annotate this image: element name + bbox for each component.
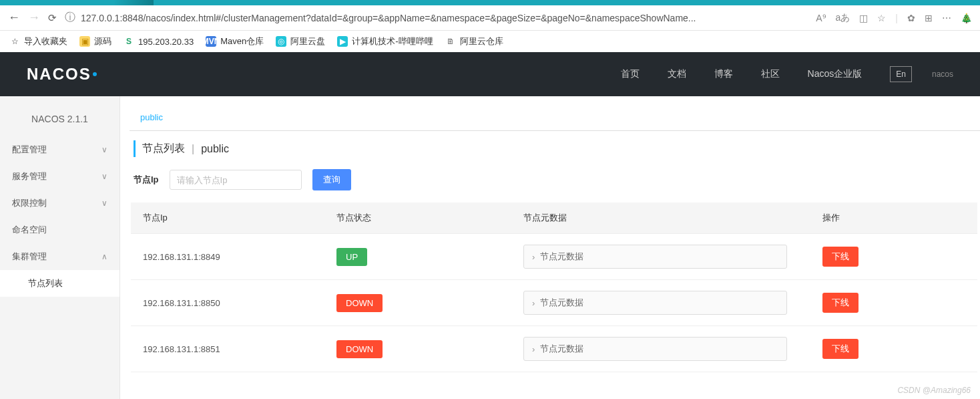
sidebar-item-service[interactable]: 服务管理∨: [0, 163, 119, 190]
namespace-tab-public[interactable]: public: [136, 106, 167, 130]
sidebar-item-namespace[interactable]: 命名空间: [0, 217, 119, 243]
cell-ip: 192.168.131.1:8849: [131, 234, 324, 280]
chevron-up-icon: ∧: [101, 252, 107, 261]
node-table: 节点Ip 节点状态 节点元数据 操作 192.168.131.1:8849UP›…: [131, 203, 977, 372]
bookmark-ip[interactable]: S195.203.20.33: [124, 36, 194, 47]
sidebar-sub-nodelist[interactable]: 节点列表: [0, 270, 119, 297]
nacos-logo[interactable]: NACOS: [27, 65, 97, 84]
bookmark-import[interactable]: ☆导入收藏夹: [9, 35, 67, 47]
bookmark-folder-source[interactable]: ▣源码: [79, 35, 111, 47]
aliyun-icon: ◎: [276, 36, 286, 47]
maven-icon: MVN: [206, 36, 216, 47]
read-aloud-icon[interactable]: A⁹: [816, 13, 826, 23]
browser-actions: A⁹ aあ ◫ ☆ | ✿ ⊞ ⋯ 🎄: [816, 12, 972, 24]
chevron-right-icon: ›: [532, 252, 535, 262]
refresh-button[interactable]: ⟳: [48, 12, 57, 24]
lang-switch[interactable]: En: [890, 66, 912, 82]
favorite-icon[interactable]: ☆: [877, 13, 886, 23]
search-form: 节点Ip 查询: [130, 169, 980, 203]
extension-icon[interactable]: ✿: [907, 13, 915, 23]
browser-tab-strip: [0, 0, 980, 5]
cell-meta: ›节点元数据: [511, 234, 810, 280]
collections-icon[interactable]: ⊞: [925, 13, 933, 23]
more-icon[interactable]: ⋯: [942, 13, 951, 23]
url-text: 127.0.0.1:8848/nacos/index.html#/cluster…: [81, 13, 696, 23]
col-meta: 节点元数据: [511, 203, 810, 234]
offline-button[interactable]: 下线: [822, 339, 859, 359]
globe-icon: S: [124, 36, 134, 47]
doc-icon: 🗎: [445, 36, 456, 47]
cell-meta: ›节点元数据: [511, 326, 810, 372]
chevron-down-icon: ∨: [101, 198, 107, 208]
nav-home[interactable]: 首页: [621, 68, 640, 80]
bookmark-aliyun[interactable]: ◎阿里云盘: [276, 35, 325, 47]
chevron-right-icon: ›: [532, 298, 535, 308]
cell-ip: 192.168.131.1:8850: [131, 280, 324, 326]
col-action: 操作: [810, 203, 977, 234]
chevron-down-icon: ∨: [101, 145, 107, 154]
header-nav: 首页 文档 博客 社区 Nacos企业版 En: [621, 66, 912, 82]
search-button[interactable]: 查询: [312, 169, 351, 190]
sidebar-item-cluster[interactable]: 集群管理∧: [0, 243, 119, 270]
import-icon: ☆: [9, 36, 20, 47]
nav-blog[interactable]: 博客: [714, 68, 733, 80]
metadata-toggle[interactable]: ›节点元数据: [523, 245, 787, 269]
search-label: 节点Ip: [134, 174, 159, 186]
cell-meta: ›节点元数据: [511, 280, 810, 326]
table-row: 192.168.131.1:8851DOWN›节点元数据下线: [131, 326, 977, 372]
cell-status: DOWN: [324, 280, 511, 326]
page-title: 节点列表 | public: [134, 140, 980, 157]
cell-action: 下线: [810, 326, 977, 372]
offline-button[interactable]: 下线: [822, 293, 859, 313]
bookmark-bar: ☆导入收藏夹 ▣源码 S195.203.20.33 MVNMaven仓库 ◎阿里…: [0, 31, 980, 52]
cell-action: 下线: [810, 280, 977, 326]
sidebar-item-config[interactable]: 配置管理∨: [0, 136, 119, 163]
col-ip: 节点Ip: [131, 203, 324, 234]
table-row: 192.168.131.1:8850DOWN›节点元数据下线: [131, 280, 977, 326]
divider: [130, 130, 980, 131]
bookmark-bilibili[interactable]: ▶计算机技术-哔哩哔哩: [337, 35, 433, 47]
profile-icon[interactable]: 🎄: [961, 13, 972, 23]
browser-toolbar: ← → ⟳ ⓘ 127.0.0.1:8848/nacos/index.html#…: [0, 5, 980, 31]
sidebar-item-permission[interactable]: 权限控制∨: [0, 190, 119, 217]
nav-enterprise[interactable]: Nacos企业版: [808, 68, 863, 80]
watermark: CSDN @Amazing66: [897, 386, 971, 395]
offline-button[interactable]: 下线: [822, 247, 859, 267]
translate-icon[interactable]: aあ: [836, 12, 850, 24]
sidebar: NACOS 2.1.1 配置管理∨ 服务管理∨ 权限控制∨ 命名空间 集群管理∧…: [0, 96, 120, 399]
header-extra: nacos: [932, 70, 953, 79]
status-badge: DOWN: [336, 294, 383, 312]
bookmark-maven[interactable]: MVNMaven仓库: [206, 35, 264, 47]
folder-icon: ▣: [79, 36, 90, 47]
nav-docs[interactable]: 文档: [668, 68, 686, 80]
node-ip-input[interactable]: [170, 170, 302, 190]
status-badge: UP: [336, 248, 367, 266]
status-badge: DOWN: [336, 340, 383, 358]
address-bar[interactable]: ⓘ 127.0.0.1:8848/nacos/index.html#/clust…: [65, 11, 808, 25]
sidebar-title: NACOS 2.1.1: [0, 106, 119, 136]
cell-action: 下线: [810, 234, 977, 280]
cell-ip: 192.168.131.1:8851: [131, 326, 324, 372]
cell-status: UP: [324, 234, 511, 280]
table-row: 192.168.131.1:8849UP›节点元数据下线: [131, 234, 977, 280]
site-info-icon[interactable]: ⓘ: [65, 11, 75, 25]
chevron-right-icon: ›: [532, 344, 535, 354]
namespace-tabs: public: [130, 106, 980, 130]
chevron-down-icon: ∨: [101, 172, 107, 181]
metadata-toggle[interactable]: ›节点元数据: [523, 291, 787, 315]
cell-status: DOWN: [324, 326, 511, 372]
nav-community[interactable]: 社区: [761, 68, 780, 80]
back-button[interactable]: ←: [8, 11, 20, 25]
col-status: 节点状态: [324, 203, 511, 234]
app-header: NACOS 首页 文档 博客 社区 Nacos企业版 En nacos: [0, 52, 980, 96]
bookmark-aliyun-repo[interactable]: 🗎阿里云仓库: [445, 35, 503, 47]
split-icon[interactable]: ◫: [859, 13, 868, 23]
forward-button[interactable]: →: [28, 11, 40, 25]
bilibili-icon: ▶: [337, 36, 348, 47]
main-content: public 节点列表 | public 节点Ip 查询 节点Ip 节点状态 节…: [120, 96, 980, 399]
metadata-toggle[interactable]: ›节点元数据: [523, 337, 787, 361]
